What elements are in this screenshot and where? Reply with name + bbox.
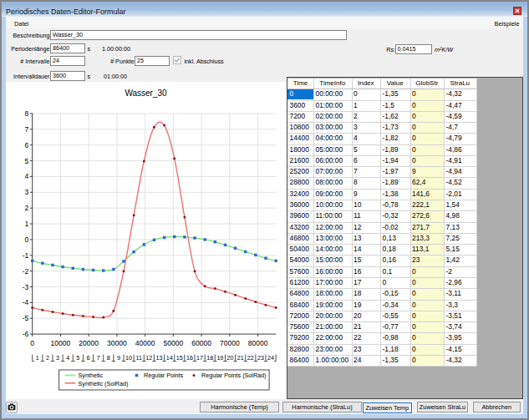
- svg-text:Wasser_30: Wasser_30: [125, 89, 167, 98]
- svg-text:9: 9: [117, 354, 120, 362]
- svg-text:16: 16: [186, 354, 193, 362]
- svg-text:70000: 70000: [220, 339, 240, 347]
- svg-text:7: 7: [97, 354, 100, 362]
- svg-text:7: 7: [24, 125, 28, 134]
- svg-text:0: 0: [24, 235, 28, 244]
- svg-text:8: 8: [24, 109, 28, 118]
- svg-text:19: 19: [216, 354, 223, 362]
- svg-text:50000: 50000: [164, 339, 184, 347]
- svg-text:24: 24: [267, 354, 274, 362]
- svg-text:2: 2: [46, 354, 49, 362]
- svg-text:Synthetic (SolRad): Synthetic (SolRad): [79, 380, 129, 387]
- svg-text:8: 8: [107, 354, 110, 362]
- svg-text:5: 5: [76, 354, 79, 362]
- svg-text:1: 1: [36, 354, 39, 362]
- svg-text:60000: 60000: [191, 339, 211, 347]
- svg-text:-6: -6: [23, 330, 29, 338]
- svg-text:14: 14: [166, 354, 173, 362]
- svg-text:1: 1: [24, 220, 28, 228]
- svg-text:-4: -4: [23, 298, 29, 306]
- svg-text:4: 4: [24, 172, 28, 180]
- svg-text:6: 6: [87, 354, 90, 362]
- svg-text:Synthetic: Synthetic: [79, 372, 104, 379]
- svg-text:3: 3: [24, 188, 28, 196]
- svg-text:18: 18: [206, 354, 213, 362]
- svg-text:23: 23: [257, 354, 264, 362]
- svg-text:13: 13: [156, 354, 163, 362]
- svg-text:11: 11: [135, 354, 141, 362]
- svg-text:5: 5: [24, 157, 28, 165]
- svg-text:-5: -5: [23, 314, 29, 322]
- svg-text:-2: -2: [23, 267, 29, 276]
- svg-text:10000: 10000: [51, 339, 71, 347]
- svg-text:40000: 40000: [135, 339, 155, 347]
- svg-text:Regular Points: Regular Points: [144, 372, 184, 379]
- svg-text:22: 22: [247, 354, 254, 362]
- svg-text:30000: 30000: [107, 339, 127, 347]
- svg-text:3: 3: [56, 354, 59, 362]
- svg-text:20000: 20000: [79, 339, 99, 347]
- svg-text:0: 0: [30, 339, 34, 347]
- svg-text:15: 15: [176, 354, 183, 362]
- svg-text:Regular Points (SolRad): Regular Points (SolRad): [201, 372, 267, 379]
- svg-text:17: 17: [196, 354, 203, 362]
- svg-text:-3: -3: [23, 283, 29, 291]
- svg-text:2: 2: [24, 204, 28, 212]
- svg-text:4: 4: [66, 354, 69, 362]
- svg-text:21: 21: [237, 354, 244, 362]
- svg-text:80000: 80000: [248, 339, 268, 347]
- svg-text:20: 20: [227, 354, 234, 362]
- svg-text:12: 12: [145, 354, 152, 362]
- svg-text:-1: -1: [23, 251, 29, 260]
- svg-text:6: 6: [24, 141, 28, 149]
- svg-text:10: 10: [125, 354, 132, 362]
